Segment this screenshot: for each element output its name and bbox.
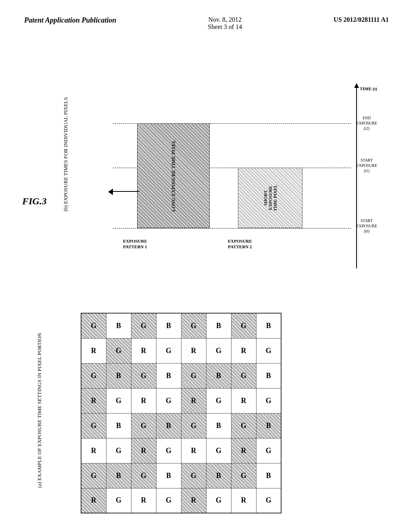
end-exposure-label: ENDEXPOSURE(t2) xyxy=(356,115,377,131)
pixel-cell: B xyxy=(256,313,281,338)
pixel-cell: B xyxy=(106,313,131,338)
pixel-cell: G xyxy=(106,438,131,463)
dashed-line-t0 xyxy=(113,228,351,229)
pixel-cell: G xyxy=(156,388,181,413)
pixel-cell: R xyxy=(81,338,106,363)
pixel-cell: G xyxy=(256,488,281,513)
pixel-cell: R xyxy=(231,338,256,363)
exposure-pattern1-label: EXPOSUREPATTERN 1 xyxy=(123,238,147,250)
pixel-cell: R xyxy=(81,388,106,413)
pixel-cell: B xyxy=(156,413,181,438)
pixel-cell: R xyxy=(81,488,106,513)
pixel-cell: G xyxy=(131,363,156,388)
pixel-cell: B xyxy=(256,463,281,488)
pixel-cell: B xyxy=(206,413,231,438)
pixel-cell: R xyxy=(131,488,156,513)
pixel-cell: B xyxy=(256,413,281,438)
left-arrow-head xyxy=(108,189,113,195)
pixel-cell: B xyxy=(106,363,131,388)
pixel-cell: R xyxy=(181,438,206,463)
pixel-cell: G xyxy=(181,313,206,338)
time-axis-arrow xyxy=(354,83,359,88)
pixel-cell: G xyxy=(156,338,181,363)
pixel-cell: G xyxy=(81,363,106,388)
pixel-cell: R xyxy=(181,338,206,363)
pixel-cell: R xyxy=(181,488,206,513)
long-exposure-block: LONG EXPOSURE TIME PIXEL xyxy=(137,123,210,228)
pixel-cell: B xyxy=(256,363,281,388)
pixel-cell: B xyxy=(106,413,131,438)
page-header: Patent Application Publication Nov. 8, 2… xyxy=(0,0,413,39)
pixel-cell: B xyxy=(156,463,181,488)
publication-number: US 2012/0281111 A1 xyxy=(334,16,389,23)
pixel-cell: G xyxy=(206,388,231,413)
pixel-cell: G xyxy=(181,463,206,488)
pixel-cell: R xyxy=(131,438,156,463)
pixel-cell: G xyxy=(231,363,256,388)
pixel-cell: G xyxy=(131,413,156,438)
pixel-cell: B xyxy=(206,313,231,338)
time-label: TIME (t) xyxy=(360,86,377,91)
pixel-cell: G xyxy=(106,338,131,363)
pixel-cell: G xyxy=(81,313,106,338)
pixel-cell: R xyxy=(81,438,106,463)
short-exposure-text: SHORTEXPOSURETIME PIXEL xyxy=(263,185,277,211)
pixel-cell: G xyxy=(81,463,106,488)
pixel-cell: R xyxy=(231,388,256,413)
pixel-cell: G xyxy=(231,463,256,488)
pixel-cell: R xyxy=(131,338,156,363)
pixel-cell: R xyxy=(181,388,206,413)
pixel-cell: G xyxy=(131,313,156,338)
short-exposure-block: SHORTEXPOSURETIME PIXEL xyxy=(238,168,302,228)
pixel-grid-table: GBGBGBGBRGRGRGRGGBGBGBGBRGRGRGRGGBGBGBGB… xyxy=(81,313,282,513)
pixel-cell: G xyxy=(206,438,231,463)
pixel-cell: R xyxy=(231,488,256,513)
pixel-cell: R xyxy=(231,438,256,463)
figure-label: FIG.3 xyxy=(22,196,47,207)
pixel-grid-container: GBGBGBGBRGRGRGRGGBGBGBGBRGRGRGRGGBGBGBGB… xyxy=(81,313,331,513)
label-b: (b) EXPOSURE TIMES FOR INDIVIDUAL PIXELS xyxy=(63,97,69,211)
long-exposure-text: LONG EXPOSURE TIME PIXEL xyxy=(171,140,177,212)
pixel-cell: G xyxy=(231,413,256,438)
pixel-cell: G xyxy=(156,488,181,513)
pixel-cell: B xyxy=(156,313,181,338)
publication-title: Patent Application Publication xyxy=(24,16,116,25)
pixel-cell: B xyxy=(206,363,231,388)
left-arrow xyxy=(111,191,139,192)
pixel-cell: G xyxy=(156,438,181,463)
label-a: (a) EXAMPLE OF EXPOSURE TIME SETTINGS IN… xyxy=(36,333,43,488)
main-content: FIG.3 (b) EXPOSURE TIMES FOR INDIVIDUAL … xyxy=(0,39,413,530)
pixel-cell: B xyxy=(106,463,131,488)
pixel-cell: B xyxy=(206,463,231,488)
pixel-cell: G xyxy=(206,488,231,513)
pixel-cell: G xyxy=(181,363,206,388)
pixel-cell: G xyxy=(131,463,156,488)
pixel-cell: G xyxy=(181,413,206,438)
pixel-cell: R xyxy=(131,388,156,413)
pixel-cell: G xyxy=(256,338,281,363)
time-axis-line xyxy=(356,87,357,268)
pixel-cell: G xyxy=(106,388,131,413)
pixel-cell: G xyxy=(231,313,256,338)
pixel-cell: G xyxy=(106,488,131,513)
pixel-cell: B xyxy=(156,363,181,388)
exposure-pattern2-label: EXPOSUREPATTERN 2 xyxy=(228,238,252,250)
pixel-cell: G xyxy=(206,338,231,363)
publication-date: Nov. 8, 2012 Sheet 3 of 14 xyxy=(208,16,242,31)
pixel-cell: G xyxy=(256,438,281,463)
pixel-cell: G xyxy=(81,413,106,438)
pixel-cell: G xyxy=(256,388,281,413)
chart-area: TIME (t) ENDEXPOSURE(t2) STARTEXPOSURE(t… xyxy=(89,83,379,305)
start-exposure-t1-label: STARTEXPOSURE(t1) xyxy=(356,158,377,173)
start-exposure-t0-label: STARTEXPOSURE(t0) xyxy=(356,218,377,234)
